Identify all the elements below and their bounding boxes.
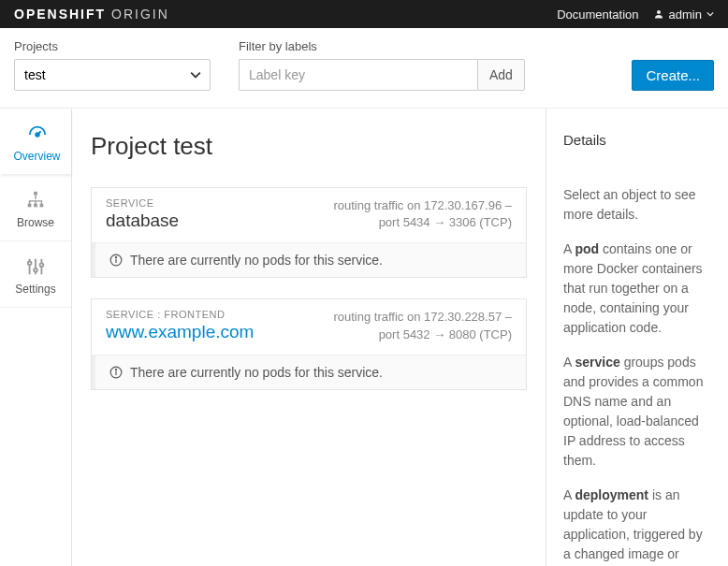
nav-item-overview[interactable]: Overview — [0, 109, 71, 175]
left-nav: Overview Browse Settings — [0, 109, 72, 566]
sliders-icon — [25, 256, 46, 277]
service-route: routing traffic on 172.30.167.96 – port … — [333, 197, 512, 231]
svg-point-18 — [115, 369, 116, 370]
details-intro: Select an object to see more details. — [563, 185, 711, 225]
navbar: OPENSHIFT ORIGIN Documentation admin — [0, 0, 728, 28]
nav-label: Browse — [17, 216, 54, 229]
details-heading: Details — [563, 132, 711, 148]
no-pods-message: There are currently no pods for this ser… — [92, 355, 526, 389]
project-select[interactable]: test — [14, 59, 211, 91]
nav-item-browse[interactable]: Browse — [0, 175, 71, 241]
svg-rect-6 — [40, 204, 44, 208]
svg-point-10 — [28, 262, 32, 266]
service-text: groups pods and provides a common DNS na… — [563, 355, 703, 468]
svg-point-11 — [34, 268, 37, 272]
info-icon — [109, 366, 123, 379]
service-card-frontend: SERVICE : FRONTEND www.example.com routi… — [91, 298, 527, 389]
service-title-block: SERVICE database — [106, 197, 179, 231]
service-head: SERVICE database routing traffic on 172.… — [92, 188, 526, 242]
service-tag: SERVICE — [106, 197, 179, 209]
term-deployment: deployment — [575, 487, 648, 502]
projects-label: Projects — [14, 39, 211, 53]
body-row: Overview Browse Settings Project test SE… — [0, 109, 728, 566]
user-icon — [653, 8, 664, 20]
create-button[interactable]: Create... — [632, 60, 714, 91]
brand: OPENSHIFT ORIGIN — [14, 7, 543, 22]
filter-group: Filter by labels Add — [239, 39, 525, 91]
service-name: database — [106, 210, 179, 231]
brand-bold: OPENSHIFT — [14, 7, 106, 22]
nav-label: Overview — [13, 150, 60, 163]
service-name-link[interactable]: www.example.com — [106, 322, 254, 342]
route-line1: routing traffic on 172.30.167.96 – — [333, 197, 512, 214]
dashboard-icon — [27, 123, 48, 144]
label-key-input[interactable] — [239, 59, 477, 91]
nav-label: Settings — [15, 283, 55, 296]
svg-rect-3 — [34, 192, 37, 196]
term-pod: pod — [575, 241, 599, 256]
info-icon — [109, 254, 123, 267]
details-deployment: A deployment is an update to your applic… — [563, 486, 711, 566]
term-service: service — [575, 355, 619, 370]
projects-group: Projects test — [14, 39, 211, 91]
svg-line-2 — [37, 131, 41, 135]
user-menu[interactable]: admin — [653, 7, 714, 22]
service-title-block: SERVICE : FRONTEND www.example.com — [106, 309, 254, 342]
pods-text: There are currently no pods for this ser… — [130, 253, 383, 268]
details-pod: A pod contains one or more Docker contai… — [563, 239, 711, 338]
svg-rect-4 — [28, 204, 32, 208]
details-service: A service groups pods and provides a com… — [563, 353, 711, 471]
filter-input-group: Add — [239, 59, 525, 91]
pods-text: There are currently no pods for this ser… — [130, 365, 383, 380]
service-head: SERVICE : FRONTEND www.example.com routi… — [92, 299, 526, 354]
brand-light: ORIGIN — [111, 7, 169, 22]
filter-label: Filter by labels — [239, 39, 525, 53]
svg-rect-5 — [34, 204, 37, 208]
filter-bar: Projects test Filter by labels Add Creat… — [0, 28, 728, 109]
svg-point-0 — [657, 10, 661, 14]
service-route: routing traffic on 172.30.228.57 – port … — [333, 309, 512, 342]
documentation-link[interactable]: Documentation — [557, 7, 638, 22]
no-pods-message: There are currently no pods for this ser… — [92, 242, 526, 277]
route-line2: port 5434 → 3306 (TCP) — [333, 214, 512, 231]
chevron-down-icon — [706, 10, 714, 18]
service-tag: SERVICE : FRONTEND — [106, 309, 254, 320]
add-button[interactable]: Add — [477, 59, 525, 91]
project-select-wrap: test — [14, 59, 211, 91]
nav-item-settings[interactable]: Settings — [0, 241, 71, 308]
svg-point-15 — [115, 257, 116, 258]
page-title: Project test — [91, 132, 527, 161]
user-name: admin — [669, 7, 702, 22]
main-content: Project test SERVICE database routing tr… — [72, 109, 546, 566]
service-card-database: SERVICE database routing traffic on 172.… — [91, 187, 527, 278]
route-line2: port 5432 → 8080 (TCP) — [333, 327, 512, 343]
route-line1: routing traffic on 172.30.228.57 – — [333, 309, 512, 326]
sitemap-icon — [25, 190, 46, 210]
details-panel: Details Select an object to see more det… — [546, 109, 728, 566]
svg-point-12 — [40, 263, 44, 267]
